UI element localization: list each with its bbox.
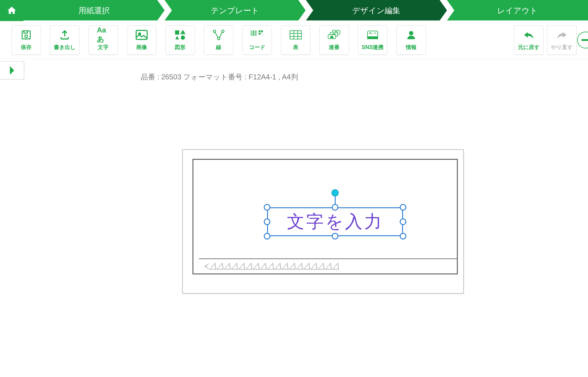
selection-box[interactable]: 文字を入力 xyxy=(267,207,403,236)
step-label: 用紙選択 xyxy=(79,5,110,16)
info-button[interactable]: 情報 xyxy=(396,25,426,55)
step-label: デザイン編集 xyxy=(352,5,400,16)
home-icon xyxy=(6,5,17,16)
image-icon xyxy=(135,29,148,41)
svg-point-37 xyxy=(409,31,413,35)
svg-rect-16 xyxy=(254,30,255,36)
export-button[interactable]: 書き出し xyxy=(50,25,79,55)
step-label: レイアウト xyxy=(497,5,538,16)
image-button[interactable]: 画像 xyxy=(127,25,156,55)
sns-icon xyxy=(366,29,379,41)
sns-button[interactable]: SNS連携 xyxy=(358,25,387,55)
resize-handle-nw[interactable] xyxy=(264,204,270,211)
step-paper-select[interactable]: 用紙選択 xyxy=(23,0,165,21)
toolbar-history-group: 元に戻す やり直す xyxy=(514,25,577,55)
person-icon xyxy=(405,29,417,41)
button-label: 情報 xyxy=(406,44,417,51)
template-frame: 文字を入力 xyxy=(192,159,458,274)
table-icon xyxy=(289,29,302,41)
button-label: コード xyxy=(249,44,265,51)
svg-text:01: 01 xyxy=(331,36,334,39)
rotate-handle[interactable] xyxy=(331,189,339,196)
home-button[interactable] xyxy=(0,0,23,21)
table-button[interactable]: 表 xyxy=(281,25,310,55)
button-label: 図形 xyxy=(175,44,186,51)
save-icon xyxy=(20,29,32,41)
svg-point-9 xyxy=(181,36,185,40)
resize-handle-se[interactable] xyxy=(400,233,406,239)
code-button[interactable]: コード xyxy=(242,25,272,55)
serial-icon: 030201 xyxy=(328,29,340,41)
step-template[interactable]: テンプレート xyxy=(165,0,306,21)
line-icon xyxy=(212,29,225,41)
text-button[interactable]: Aaあ 文字 xyxy=(88,25,118,55)
svg-rect-13 xyxy=(251,30,251,36)
toolbar-file-group: 保存 書き出し xyxy=(11,25,79,55)
svg-rect-21 xyxy=(259,33,260,35)
svg-rect-36 xyxy=(368,37,378,39)
svg-rect-19 xyxy=(259,30,260,32)
line-button[interactable]: 線 xyxy=(204,25,233,55)
button-label: 画像 xyxy=(136,44,147,51)
undo-button[interactable]: 元に戻す xyxy=(514,25,543,55)
button-label: やり直す xyxy=(551,44,573,51)
step-layout[interactable]: レイアウト xyxy=(447,0,588,21)
resize-handle-ne[interactable] xyxy=(400,204,406,211)
text-object-content[interactable]: 文字を入力 xyxy=(268,208,402,235)
toolbar-insert-group: Aaあ 文字 画像 図形 線 コード xyxy=(88,25,426,55)
undo-icon xyxy=(522,29,535,41)
serial-button[interactable]: 030201 連番 xyxy=(319,25,349,55)
redo-icon xyxy=(556,29,568,41)
minus-icon xyxy=(581,39,588,41)
svg-rect-20 xyxy=(261,30,263,32)
step-design-edit[interactable]: デザイン編集 xyxy=(306,0,447,21)
chevron-right-icon xyxy=(8,65,16,76)
zoom-out-button[interactable] xyxy=(577,32,588,48)
button-label: 保存 xyxy=(21,44,32,51)
svg-rect-6 xyxy=(136,30,147,39)
progress-stepper: 用紙選択 テンプレート デザイン編集 レイアウト xyxy=(0,0,588,21)
format-info-text: 品番 : 26503 フォーマット番号 : F12A4-1 , A4判 xyxy=(141,72,298,82)
resize-handle-sw[interactable] xyxy=(264,233,270,239)
button-label: 元に戻す xyxy=(518,44,540,51)
resize-handle-e[interactable] xyxy=(400,218,406,225)
button-label: 連番 xyxy=(329,44,340,51)
svg-rect-24 xyxy=(290,31,301,39)
svg-rect-38 xyxy=(581,39,588,41)
toolbar: 保存 書き出し Aaあ 文字 画像 図形 xyxy=(0,21,588,59)
svg-rect-17 xyxy=(255,30,256,36)
button-label: SNS連携 xyxy=(362,44,383,51)
button-label: 線 xyxy=(216,44,221,51)
side-panel-expand-button[interactable] xyxy=(0,61,24,79)
address-strip xyxy=(199,258,457,273)
button-label: 表 xyxy=(293,44,298,51)
step-label: テンプレート xyxy=(211,5,259,16)
resize-handle-s[interactable] xyxy=(332,233,338,239)
button-label: 文字 xyxy=(98,44,109,51)
svg-rect-23 xyxy=(262,34,263,35)
resize-handle-w[interactable] xyxy=(264,218,270,225)
svg-rect-14 xyxy=(252,30,252,36)
resize-handle-n[interactable] xyxy=(332,204,338,211)
text-object-selected[interactable]: 文字を入力 xyxy=(267,207,403,236)
svg-rect-15 xyxy=(253,30,254,36)
svg-rect-8 xyxy=(175,30,179,35)
shape-icon xyxy=(174,29,186,41)
svg-rect-18 xyxy=(257,30,257,36)
design-canvas[interactable]: 文字を入力 xyxy=(182,149,464,294)
barcode-icon xyxy=(251,29,263,41)
redo-button: やり直す xyxy=(547,25,577,55)
text-icon: Aaあ xyxy=(97,29,109,41)
svg-point-5 xyxy=(25,35,28,38)
button-label: 書き出し xyxy=(54,44,75,51)
shape-button[interactable]: 図形 xyxy=(165,25,195,55)
arrow-marker-icon xyxy=(204,262,352,270)
save-button[interactable]: 保存 xyxy=(11,25,41,55)
svg-rect-22 xyxy=(261,33,262,33)
export-icon xyxy=(58,29,71,41)
